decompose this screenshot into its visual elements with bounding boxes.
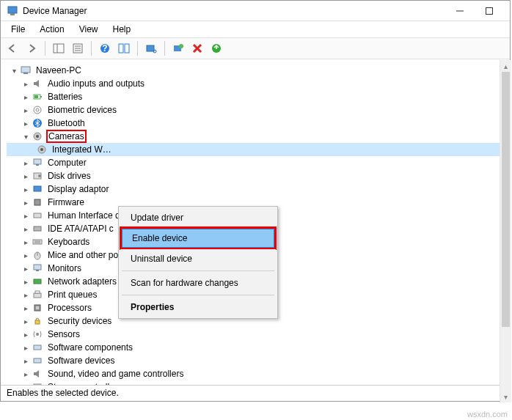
category-computer[interactable]: ▸Computer: [7, 156, 504, 169]
category-disk[interactable]: ▸Disk drives: [7, 169, 504, 183]
devices-icon[interactable]: [115, 40, 133, 57]
svg-point-30: [40, 148, 43, 151]
chevron-right-icon[interactable]: ▸: [21, 383, 30, 385]
window-title: Device Manager: [23, 6, 445, 16]
show-hide-tree-icon[interactable]: [50, 40, 67, 57]
chevron-right-icon[interactable]: ▸: [21, 290, 30, 299]
disk-icon: [32, 170, 43, 182]
menu-action[interactable]: Action: [34, 23, 70, 36]
toolbar-separator: [164, 41, 165, 56]
menu-separator: [122, 295, 274, 295]
status-text: Enables the selected device.: [7, 388, 119, 398]
scrollbar-thumb[interactable]: [502, 72, 510, 327]
chevron-right-icon[interactable]: ▸: [21, 330, 30, 339]
svg-rect-14: [147, 45, 154, 51]
printer-icon: [32, 289, 43, 301]
menu-help[interactable]: Help: [107, 23, 137, 36]
statusbar: Enables the selected device.: [1, 385, 510, 401]
chevron-right-icon[interactable]: ▸: [21, 369, 30, 378]
svg-rect-19: [21, 67, 30, 73]
back-button[interactable]: [4, 40, 21, 57]
svg-rect-36: [34, 199, 40, 205]
category-audio[interactable]: ▸Audio inputs and outputs: [7, 77, 504, 90]
camera-icon: [32, 130, 43, 142]
menu-file[interactable]: File: [5, 23, 31, 36]
category-cameras[interactable]: ▾ Cameras: [7, 130, 504, 143]
toolbar-separator: [91, 41, 92, 56]
svg-rect-45: [36, 270, 39, 271]
enable-icon[interactable]: [208, 40, 225, 57]
monitor-icon: [32, 262, 43, 274]
svg-point-34: [38, 174, 41, 177]
svg-rect-13: [125, 44, 129, 53]
minimize-button[interactable]: [445, 3, 475, 19]
category-bluetooth[interactable]: ▸Bluetooth: [7, 117, 504, 130]
category-storage[interactable]: ▸Storage controllers: [7, 380, 504, 385]
chevron-right-icon[interactable]: ▸: [21, 79, 30, 88]
chevron-right-icon[interactable]: ▸: [21, 317, 30, 325]
cm-properties[interactable]: Properties: [120, 298, 276, 317]
category-swdev[interactable]: ▸Software devices: [7, 354, 504, 367]
ide-icon: [32, 223, 43, 235]
chevron-down-icon[interactable]: ▾: [21, 132, 30, 141]
cm-enable-device[interactable]: Enable device: [122, 229, 274, 248]
chevron-right-icon[interactable]: ▸: [21, 158, 30, 167]
svg-rect-38: [34, 226, 41, 231]
svg-point-24: [34, 106, 41, 114]
category-sensors[interactable]: ▸Sensors: [7, 328, 504, 341]
scroll-down-icon[interactable]: ▾: [500, 391, 511, 402]
svg-rect-23: [34, 95, 38, 98]
chevron-right-icon[interactable]: ▸: [21, 185, 30, 194]
svg-point-28: [36, 135, 39, 138]
tree-pane: ▾ Naveen-PC ▸Audio inputs and outputs ▸B…: [1, 59, 510, 385]
menu-view[interactable]: View: [73, 23, 104, 36]
chevron-right-icon[interactable]: ▸: [21, 172, 30, 180]
chevron-right-icon[interactable]: ▸: [21, 211, 30, 220]
chevron-right-icon[interactable]: ▸: [21, 356, 30, 365]
category-sound[interactable]: ▸Sound, video and game controllers: [7, 367, 504, 380]
audio-icon: [32, 78, 43, 89]
help-icon[interactable]: ?: [96, 40, 114, 57]
sound-icon: [32, 368, 43, 380]
scroll-up-icon[interactable]: ▴: [500, 60, 511, 72]
watermark: wsxdn.com: [467, 410, 508, 419]
cm-scan-hardware[interactable]: Scan for hardware changes: [120, 273, 276, 292]
chevron-right-icon[interactable]: ▸: [21, 251, 30, 259]
chevron-right-icon[interactable]: ▸: [21, 237, 30, 246]
chevron-down-icon[interactable]: ▾: [10, 66, 18, 75]
app-icon: [7, 5, 18, 17]
scan-hardware-icon[interactable]: [142, 40, 160, 57]
menu-separator: [122, 270, 274, 271]
chevron-right-icon[interactable]: ▸: [21, 224, 30, 233]
titlebar: Device Manager: [1, 1, 510, 21]
vertical-scrollbar[interactable]: ▴ ▾: [500, 60, 511, 402]
chevron-right-icon[interactable]: ▸: [21, 264, 30, 273]
device-integrated-camera[interactable]: Integrated W…: [7, 143, 504, 156]
tree-root[interactable]: ▾ Naveen-PC: [7, 64, 504, 77]
toolbar: ?: [1, 37, 510, 59]
svg-rect-39: [33, 240, 42, 244]
chevron-right-icon[interactable]: ▸: [21, 198, 30, 207]
svg-rect-0: [8, 7, 17, 13]
update-driver-icon[interactable]: [169, 40, 187, 57]
category-batteries[interactable]: ▸Batteries: [7, 90, 504, 103]
cm-update-driver[interactable]: Update driver: [120, 208, 276, 227]
chevron-right-icon[interactable]: ▸: [21, 92, 30, 101]
category-display[interactable]: ▸Display adaptor: [7, 183, 504, 196]
forward-button[interactable]: [23, 40, 40, 57]
category-swcomp[interactable]: ▸Software components: [7, 341, 504, 354]
keyboard-icon: [32, 236, 43, 248]
chevron-right-icon[interactable]: ▸: [21, 106, 30, 114]
chevron-right-icon[interactable]: ▸: [21, 343, 30, 352]
maximize-button[interactable]: [475, 3, 504, 19]
svg-rect-54: [34, 358, 41, 363]
bluetooth-icon: [32, 117, 43, 129]
cm-uninstall-device[interactable]: Uninstall device: [120, 249, 276, 268]
uninstall-icon[interactable]: [189, 40, 206, 57]
chevron-right-icon[interactable]: ▸: [21, 119, 30, 128]
chevron-right-icon[interactable]: ▸: [21, 277, 30, 286]
biometric-icon: [32, 104, 43, 116]
properties-icon[interactable]: [69, 40, 87, 57]
category-biometric[interactable]: ▸Biometric devices: [7, 103, 504, 117]
chevron-right-icon[interactable]: ▸: [21, 303, 30, 312]
